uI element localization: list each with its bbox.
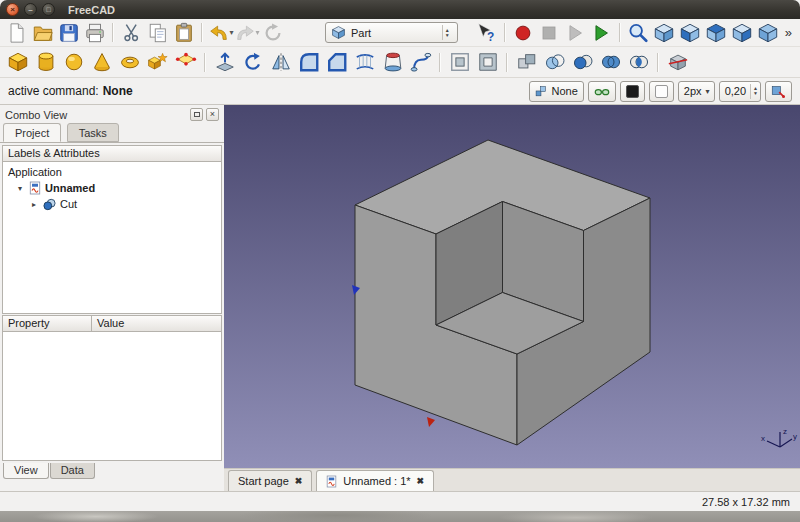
refresh-button[interactable] [260,20,285,45]
toolbar-separator [204,53,206,72]
part-common-button[interactable] [625,49,652,76]
part-union-button[interactable] [597,49,624,76]
toolbar-overflow-button[interactable]: » [781,25,796,40]
close-tab-icon[interactable]: ✖ [417,476,425,486]
navigation-axis-indicator: z y x [761,427,797,447]
tab-data[interactable]: Data [50,463,95,479]
window-close-button[interactable]: × [6,3,19,16]
part-extrude-button[interactable] [211,49,238,76]
paste-clipboard-button[interactable] [171,20,196,45]
tab-start-page[interactable]: Start page ✖ [228,470,312,491]
file-toolbar: ▾▾ Part ▲▼ ? » [0,19,800,47]
part-section-button[interactable] [664,49,691,76]
title-bar[interactable]: × – □ FreeCAD [0,0,800,19]
part-mirror-button[interactable] [267,49,294,76]
view-front-button[interactable] [678,20,703,45]
view-fit-all-button[interactable] [626,20,651,45]
whats-this-button[interactable]: ? [474,20,499,45]
view-right-button[interactable] [730,20,755,45]
svg-text:?: ? [487,30,494,44]
view-rear-button[interactable] [756,20,781,45]
paste-clipboard-icon [173,22,195,44]
dock-close-button[interactable]: × [206,108,219,121]
part-revolve-button[interactable] [239,49,266,76]
part-ruled-surface-button[interactable] [351,49,378,76]
redo-dropdown-arrow[interactable]: ▾ [256,28,260,37]
part-primitives-button[interactable] [144,49,171,76]
property-table-body[interactable] [2,332,222,461]
part-offset-button[interactable] [446,49,473,76]
cut-clipboard-icon [121,22,143,44]
cut-clipboard-button[interactable] [119,20,144,45]
line-width-select[interactable]: 2px ▾ [678,81,715,102]
part-sweep-button[interactable] [407,49,434,76]
combo-view-bottom-tabs: View Data [3,463,95,479]
macro-stop-button[interactable] [537,20,562,45]
save-document-button[interactable] [56,20,81,45]
macro-record-button[interactable] [511,20,536,45]
open-document-button[interactable] [30,20,55,45]
window-maximize-button[interactable]: □ [42,3,55,16]
svg-text:y: y [793,432,797,441]
part-cone-button[interactable] [88,49,115,76]
copy-clipboard-button[interactable] [145,20,170,45]
part-compound-icon [516,51,538,73]
tab-tasks[interactable]: Tasks [67,123,119,142]
value-column-header[interactable]: Value [91,315,222,332]
tree-item-application[interactable]: Application [3,164,221,180]
apply-style-button[interactable] [765,81,792,102]
scale-spin-arrows[interactable]: ▲▼ [750,84,760,99]
part-sphere-button[interactable] [60,49,87,76]
part-loft-icon [382,51,404,73]
part-boolean-icon [544,51,566,73]
redo-button[interactable]: ▾ [234,20,259,45]
part-cylinder-icon [35,51,57,73]
dock-float-button[interactable] [190,108,203,121]
collapse-arrow-icon[interactable]: ▸ [29,200,39,209]
toolbar-separator [439,53,441,72]
part-fillet-button[interactable] [295,49,322,76]
scale-spinbox[interactable]: 0,20 ▲▼ [719,81,761,102]
view-rear-icon [757,22,779,44]
tree-item-cut[interactable]: ▸ Cut [3,196,221,212]
part-cut-button[interactable] [569,49,596,76]
autogroup-button[interactable]: None [529,81,584,102]
view-isometric-button[interactable] [652,20,677,45]
property-column-header[interactable]: Property [2,315,92,332]
part-union-icon [600,51,622,73]
line-width-dropdown-arrow[interactable]: ▾ [702,87,714,96]
part-loft-button[interactable] [379,49,406,76]
part-boolean-button[interactable] [541,49,568,76]
face-color-swatch [655,85,668,98]
workbench-dropdown-arrows[interactable]: ▲▼ [442,25,452,40]
3d-viewport[interactable]: z y x [224,105,800,468]
construction-mode-button[interactable] [588,81,616,102]
line-color-button[interactable] [620,81,645,102]
workbench-selector[interactable]: Part ▲▼ [325,22,458,43]
macro-execute-button[interactable] [563,20,588,45]
tab-unnamed-document[interactable]: Unnamed : 1* ✖ [316,470,434,491]
copy-clipboard-icon [147,22,169,44]
face-color-button[interactable] [649,81,674,102]
part-thickness-button[interactable] [474,49,501,76]
undo-button[interactable]: ▾ [208,20,233,45]
window-minimize-button[interactable]: – [24,3,37,16]
expand-arrow-icon[interactable]: ▾ [15,184,25,193]
part-toolbar [0,47,800,78]
tab-view[interactable]: View [3,463,49,479]
part-torus-button[interactable] [116,49,143,76]
print-document-button[interactable] [82,20,107,45]
tree-item-document[interactable]: ▾ Unnamed [3,180,221,196]
part-section-icon [667,51,689,73]
part-shape-builder-button[interactable] [172,49,199,76]
part-cylinder-button[interactable] [32,49,59,76]
macro-debug-button[interactable] [589,20,614,45]
new-document-button[interactable] [4,20,29,45]
view-top-button[interactable] [704,20,729,45]
part-chamfer-button[interactable] [323,49,350,76]
combo-view-panel: Combo View × Project Tasks Labels & Attr… [0,105,224,491]
part-box-button[interactable] [4,49,31,76]
tab-project[interactable]: Project [3,123,61,142]
close-tab-icon[interactable]: ✖ [295,476,303,486]
part-compound-button[interactable] [513,49,540,76]
